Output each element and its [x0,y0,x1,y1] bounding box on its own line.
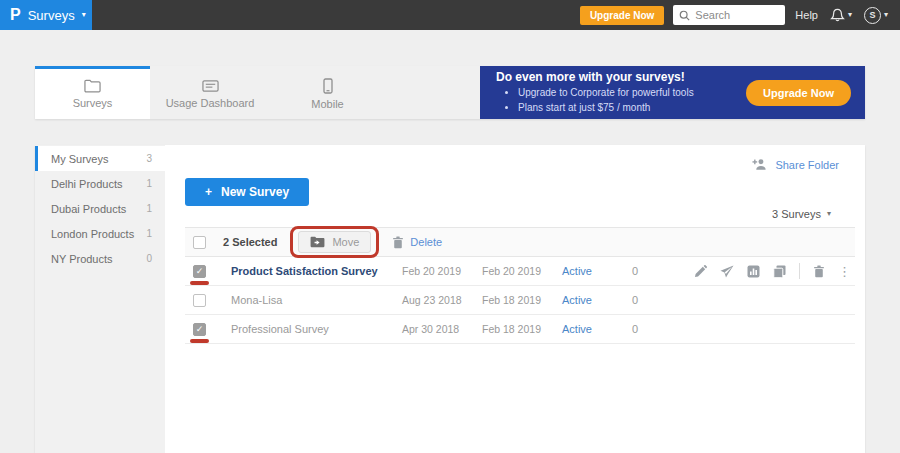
folder-count: 1 [146,178,152,189]
surveys-count-label: 3 Surveys [772,208,821,220]
survey-title-link[interactable]: Product Satisfaction Survey [223,265,402,277]
chevron-down-icon: ▾ [848,11,852,19]
more-options-kebab-icon[interactable]: ⋮ [838,265,851,278]
surveys-content: Share Folder + New Survey 3 Surveys ▾ 2 … [165,145,865,453]
created-date: Feb 20 2019 [402,265,482,277]
search-box[interactable] [673,5,785,25]
tabs-filler [385,66,480,119]
modified-date: Feb 20 2019 [482,265,562,277]
responses-count: 0 [632,294,687,306]
row-checkbox-cell [193,294,223,307]
share-folder-link[interactable]: Share Folder [752,158,839,171]
sidebar-item-ny-products[interactable]: NY Products 0 [35,246,165,271]
new-survey-label: New Survey [221,185,289,199]
upgrade-banner: Do even more with your surveys! Upgrade … [480,66,865,119]
responses-count: 0 [632,323,687,335]
banner-text: Do even more with your surveys! Upgrade … [480,70,746,115]
status-label: Active [562,294,632,306]
survey-title-link[interactable]: Mona-Lisa [223,294,402,306]
tab-surveys[interactable]: Surveys [35,66,150,119]
sidebar-item-delhi-products[interactable]: Delhi Products 1 [35,171,165,196]
row-actions: ⋮ [687,263,855,279]
row-checkbox[interactable]: ✓ [193,265,206,278]
row-checkbox[interactable]: ✓ [193,323,206,336]
new-survey-button[interactable]: + New Survey [185,178,309,206]
tab-label: Usage Dashboard [166,97,255,109]
tab-usage-dashboard[interactable]: Usage Dashboard [150,66,270,119]
surveys-count-dropdown[interactable]: 3 Surveys ▾ [772,208,831,220]
delete-button[interactable]: Delete [392,236,442,249]
banner-bullet: Plans start at just $75 / month [518,101,746,116]
survey-title-link[interactable]: Professional Survey [223,323,402,335]
selection-toolbar: 2 Selected Move Delete [185,227,855,257]
upgrade-now-button[interactable]: Upgrade Now [580,6,664,25]
row-checkbox-cell: ✓ [193,265,223,278]
modified-date: Feb 18 2019 [482,323,562,335]
table-row: ✓ Professional Survey Apr 30 2018 Feb 18… [185,315,855,344]
sidebar-item-dubai-products[interactable]: Dubai Products 1 [35,196,165,221]
tab-mobile[interactable]: Mobile [270,66,385,119]
chevron-down-icon: ▾ [884,11,888,19]
folder-label: NY Products [51,253,113,265]
table-row: ✓ Product Satisfaction Survey Feb 20 201… [185,257,855,286]
bell-icon [830,8,845,23]
folder-count: 3 [146,153,152,164]
row-trash-icon[interactable] [813,265,825,278]
sidebar-item-my-surveys[interactable]: My Surveys 3 [35,146,165,171]
notifications-menu[interactable]: ▾ [830,8,852,23]
chevron-down-icon: ▾ [82,11,86,19]
trash-icon [392,236,404,249]
folder-count: 1 [146,228,152,239]
reports-chart-icon[interactable] [747,265,760,278]
annotation-checkbox-underline [190,281,209,285]
search-input[interactable] [695,9,775,21]
main-card: My Surveys 3 Delhi Products 1 Dubai Prod… [35,145,865,453]
created-date: Apr 30 2018 [402,323,482,335]
dashboard-icon [202,79,219,93]
tabs-card: Surveys Usage Dashboard Mobile Do even m… [35,66,865,119]
avatar: S [864,7,881,24]
sidebar-item-london-products[interactable]: London Products 1 [35,221,165,246]
tab-label: Mobile [311,98,343,110]
move-button[interactable]: Move [298,231,371,253]
row-checkbox-cell: ✓ [193,323,223,336]
folder-label: My Surveys [51,153,108,165]
top-bar: P Surveys ▾ Upgrade Now Help ▾ S ▾ [0,0,900,30]
mobile-icon [323,78,333,94]
table-row: Mona-Lisa Aug 23 2018 Feb 18 2019 Active… [185,286,855,315]
plus-icon: + [205,185,212,199]
send-plane-icon[interactable] [720,265,734,278]
selected-count-label: 2 Selected [223,236,277,248]
folder-count: 0 [146,253,152,264]
app-switcher-menu[interactable]: P Surveys ▾ [0,0,92,30]
search-icon [679,10,690,21]
folder-count: 1 [146,203,152,214]
row-checkbox[interactable] [193,294,206,307]
move-label: Move [332,236,359,248]
banner-bullet: Upgrade to Corporate for powerful tools [518,86,746,101]
select-all-checkbox[interactable] [193,236,206,249]
share-person-icon [752,158,768,171]
responses-count: 0 [632,265,687,277]
brand-logo: P [10,7,21,23]
banner-bullet-list: Upgrade to Corporate for powerful tools … [518,86,746,115]
share-folder-label: Share Folder [775,159,839,171]
annotation-move-highlight: Move [290,226,379,258]
move-folder-icon [310,236,325,248]
actions-divider [799,263,800,279]
app-menu-label: Surveys [28,8,75,23]
help-link[interactable]: Help [795,9,818,21]
annotation-checkbox-underline [190,339,209,343]
banner-title: Do even more with your surveys! [496,70,746,84]
chevron-down-icon: ▾ [827,210,831,218]
tab-label: Surveys [73,97,113,109]
banner-upgrade-button[interactable]: Upgrade Now [746,80,851,106]
duplicate-copy-icon[interactable] [773,265,786,278]
folders-sidebar: My Surveys 3 Delhi Products 1 Dubai Prod… [35,145,165,453]
delete-label: Delete [410,236,442,248]
status-label: Active [562,323,632,335]
folder-label: Dubai Products [51,203,126,215]
folder-label: Delhi Products [51,178,123,190]
account-menu[interactable]: S ▾ [864,7,888,24]
edit-pencil-icon[interactable] [694,265,707,278]
